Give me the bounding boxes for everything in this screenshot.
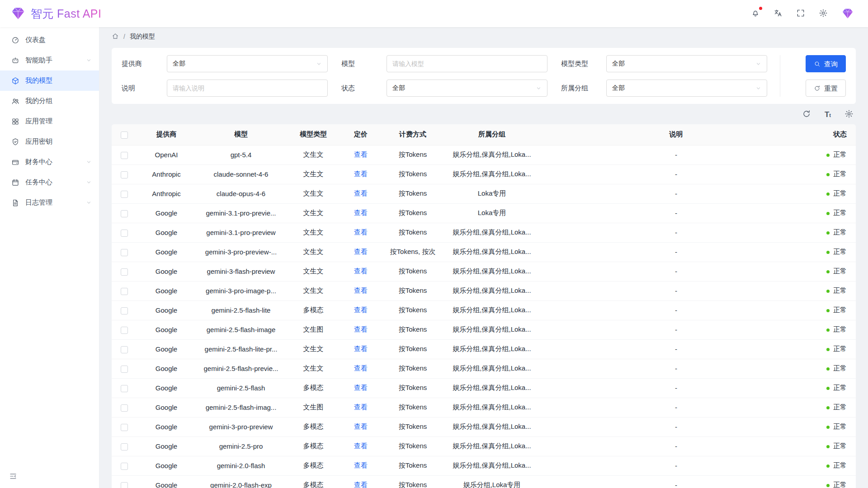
description-input[interactable] <box>167 80 328 97</box>
language-button[interactable] <box>773 9 783 19</box>
status-dot <box>826 290 830 293</box>
provider-select[interactable]: 全部 <box>167 55 328 72</box>
status-select[interactable]: 全部 <box>387 80 547 97</box>
view-pricing-link[interactable]: 查看 <box>354 170 368 178</box>
view-pricing-link[interactable]: 查看 <box>354 481 368 488</box>
row-checkbox[interactable] <box>121 152 128 159</box>
view-pricing-link[interactable]: 查看 <box>354 306 368 314</box>
fullscreen-button[interactable] <box>796 9 806 19</box>
select-all-checkbox[interactable] <box>121 131 128 139</box>
row-checkbox[interactable] <box>121 288 128 295</box>
view-pricing-link[interactable]: 查看 <box>354 286 368 294</box>
view-pricing-link[interactable]: 查看 <box>354 267 368 275</box>
model-input[interactable] <box>387 55 547 72</box>
row-checkbox[interactable] <box>121 171 128 178</box>
column-settings-button[interactable] <box>844 109 854 120</box>
sidebar-item-dashboard[interactable]: 仪表盘 <box>0 30 99 50</box>
filter-panel: 提供商 全部 模型 模型类型 全部 <box>112 48 856 104</box>
notifications-button[interactable] <box>750 9 760 19</box>
table-row: Googlegemini-2.5-flash-image文生图查看按Tokens… <box>112 320 856 339</box>
header-actions <box>750 7 854 20</box>
view-pricing-link[interactable]: 查看 <box>354 461 368 469</box>
font-size-button[interactable]: Tt <box>825 111 831 118</box>
row-checkbox[interactable] <box>121 327 128 334</box>
row-checkbox[interactable] <box>121 482 128 488</box>
sidebar-item-app-management[interactable]: 应用管理 <box>0 111 99 131</box>
view-pricing-link[interactable]: 查看 <box>354 384 368 391</box>
sidebar-item-my-models[interactable]: 我的模型 <box>0 70 99 91</box>
collapse-sidebar-button[interactable] <box>9 472 17 482</box>
description-cell: - <box>539 145 813 164</box>
row-checkbox[interactable] <box>121 463 128 470</box>
status-cell: 正常 <box>813 475 856 488</box>
description-cell: - <box>539 475 813 488</box>
row-checkbox[interactable] <box>121 366 128 373</box>
billing-cell: 按Tokens <box>381 145 444 164</box>
row-checkbox[interactable] <box>121 404 128 412</box>
row-checkbox[interactable] <box>121 307 128 314</box>
view-pricing-link[interactable]: 查看 <box>354 228 368 236</box>
row-checkbox[interactable] <box>121 230 128 237</box>
sidebar-item-finance-center[interactable]: 财务中心 <box>0 152 99 172</box>
view-pricing-link[interactable]: 查看 <box>354 248 368 255</box>
billing-cell: 按Tokens <box>381 203 444 223</box>
group-select-value: 全部 <box>612 84 625 92</box>
view-pricing-link[interactable]: 查看 <box>354 403 368 411</box>
status-text: 正常 <box>833 267 847 275</box>
group-select[interactable]: 全部 <box>606 80 767 97</box>
row-checkbox[interactable] <box>121 385 128 392</box>
status-dot <box>826 406 830 409</box>
status-dot <box>826 465 830 468</box>
view-pricing-link[interactable]: 查看 <box>354 150 368 158</box>
chevron-down-icon <box>755 61 761 67</box>
row-checkbox[interactable] <box>121 249 128 256</box>
provider-cell: Google <box>137 242 196 262</box>
pricing-cell: 查看 <box>340 203 381 223</box>
checkbox-cell <box>112 475 137 488</box>
sidebar-item-task-center[interactable]: 任务中心 <box>0 172 99 192</box>
reset-button[interactable]: 重置 <box>806 80 846 97</box>
model-cell: gemini-2.5-flash-lite-pr... <box>196 339 286 359</box>
view-pricing-link[interactable]: 查看 <box>354 422 368 430</box>
view-pricing-link[interactable]: 查看 <box>354 209 368 216</box>
sidebar-item-app-keys[interactable]: 应用密钥 <box>0 131 99 152</box>
view-pricing-link[interactable]: 查看 <box>354 364 368 372</box>
checkbox-cell <box>112 145 137 164</box>
view-pricing-link[interactable]: 查看 <box>354 189 368 197</box>
pricing-cell: 查看 <box>340 378 381 398</box>
status-cell: 正常 <box>813 359 856 378</box>
column-settings-icon <box>844 109 854 120</box>
status-text: 正常 <box>833 384 847 391</box>
search-button[interactable]: 查询 <box>806 55 846 72</box>
sidebar-item-assistant[interactable]: 智能助手 <box>0 50 99 70</box>
view-pricing-link[interactable]: 查看 <box>354 325 368 333</box>
refresh-table-button[interactable] <box>802 109 811 120</box>
view-pricing-link[interactable]: 查看 <box>354 442 368 450</box>
filter-actions: 查询 重置 <box>780 55 846 97</box>
status-cell: 正常 <box>813 164 856 184</box>
model-type-select[interactable]: 全部 <box>606 55 767 72</box>
user-avatar[interactable] <box>841 7 854 20</box>
status-dot <box>826 192 830 196</box>
row-checkbox[interactable] <box>121 210 128 217</box>
sidebar-item-log-management[interactable]: 日志管理 <box>0 192 99 213</box>
pricing-cell: 查看 <box>340 184 381 203</box>
row-checkbox[interactable] <box>121 443 128 450</box>
provider-cell: Google <box>137 320 196 339</box>
row-checkbox[interactable] <box>121 191 128 198</box>
row-checkbox[interactable] <box>121 346 128 353</box>
sidebar-item-my-groups[interactable]: 我的分组 <box>0 91 99 111</box>
view-pricing-link[interactable]: 查看 <box>354 345 368 352</box>
model-cell: gemini-3-pro-preview <box>196 417 286 436</box>
model-cell: claude-sonnet-4-6 <box>196 164 286 184</box>
settings-button[interactable] <box>818 9 828 19</box>
home-icon[interactable] <box>112 33 119 41</box>
description-cell: - <box>539 262 813 281</box>
table-row: Googlegemini-2.5-flash-lite-pr...文生文查看按T… <box>112 339 856 359</box>
filter-model-type-field: 模型类型 全部 <box>561 55 767 72</box>
row-checkbox[interactable] <box>121 268 128 276</box>
row-checkbox[interactable] <box>121 424 128 431</box>
filter-provider-field: 提供商 全部 <box>122 55 328 72</box>
models-table: 提供商 模型 模型类型 定价 计费方式 所属分组 说明 状态 OpenAIgpt… <box>112 124 856 488</box>
description-cell: - <box>539 300 813 320</box>
